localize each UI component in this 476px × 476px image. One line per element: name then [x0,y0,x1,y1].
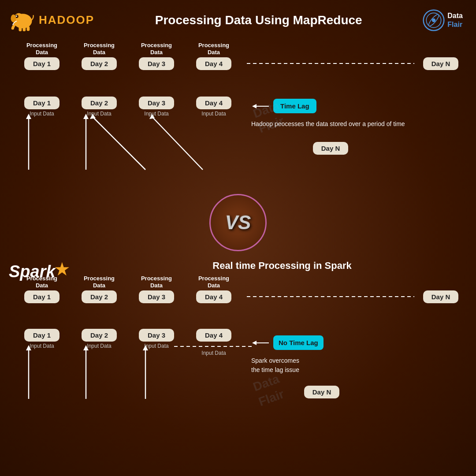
dataflair-icon [423,9,445,31]
hadoop-bot-day4: Day 4 [196,97,231,109]
hadoop-elephant-icon [9,8,35,32]
hadoop-input-col3: Day 3 Input Data [128,97,185,117]
page-title: Processing Data Using MapReduce [155,13,362,27]
hadoop-section: ProcessingData Day 1 ProcessingData Day … [0,37,476,155]
svg-marker-32 [252,341,257,345]
spark-dashed-bottom [174,344,253,349]
hadoop-proc-label-4: ProcessingData [198,42,229,56]
svg-marker-22 [252,104,257,108]
time-lag-arrow-icon [251,102,269,111]
spark-input-col4: Day 4 Input Data [185,329,242,356]
hadoop-input-col4: Day 4 Input Data [185,97,242,117]
hadoop-top-day3: Day 3 [139,57,174,70]
vs-text: VS [225,212,251,234]
spark-col-2: ProcessingData Day 2 [71,275,128,303]
spark-nolag-area: No Time Lag Spark overcomes the time lag… [242,331,463,398]
spark-proc-label-4: ProcessingData [198,275,229,289]
hadoop-col-n: Day N [419,57,463,70]
hadoop-top-day4: Day 4 [196,57,231,70]
spark-top-dayn: Day N [423,290,458,303]
svg-point-4 [11,15,16,22]
spark-top-day1: Day 1 [24,290,60,303]
svg-rect-7 [27,26,30,31]
main-page: HADOOP Processing Data Using MapReduce D… [0,0,476,476]
spark-input-label1: Input Data [30,343,54,349]
hadoop-bot-day2: Day 2 [82,97,117,109]
dataflair-logo: Data Flair [423,9,463,31]
no-time-lag-badge: No Time Lag [273,335,324,350]
time-lag-badge: Time Lag [273,99,316,113]
spark-top-day2: Day 2 [82,290,117,303]
hadoop-top-day1: Day 1 [24,57,60,70]
spark-input-col2: Day 2 Input Data [71,329,128,349]
hadoop-input-col1: Day 1 Input Data [13,97,71,117]
hadoop-bot-day3: Day 3 [139,97,174,109]
hadoop-input-col2: Day 2 Input Data [71,97,128,117]
hadoop-label: HADOOP [39,13,94,27]
spark-bot-day4: Day 4 [196,329,231,342]
spark-input-label4: Input Data [201,350,226,356]
no-time-lag-arrow-icon [251,338,269,347]
spark-input-col1: Day 1 Input Data [13,329,71,349]
hadoop-input-label2: Input Data [87,111,111,117]
spark-bot-day1: Day 1 [24,329,60,342]
hadoop-input-label3: Input Data [144,111,168,117]
spark-section: Real time Processing in Spark Processing… [0,260,476,398]
hadoop-proc-label-2: ProcessingData [84,42,115,56]
spark-col-1: ProcessingData Day 1 [13,275,71,303]
hadoop-info-text: Hadoop peocesses the data stored over a … [251,119,405,129]
hadoop-logo: HADOOP [9,8,94,32]
hadoop-proc-label-3: ProcessingData [141,42,172,56]
hadoop-col-4: ProcessingData Day 4 [185,42,242,70]
dataflair-text: Data Flair [447,11,463,28]
vs-circle: VS [209,194,267,251]
svg-rect-6 [23,27,26,32]
hadoop-bot-dayn: Day N [313,142,348,155]
spark-input-label3: Input Data [144,343,168,349]
hadoop-col-3: ProcessingData Day 3 [128,42,185,70]
hadoop-input-label4: Input Data [201,111,226,117]
spark-col-n: Day N [419,290,463,303]
spark-bot-dayn: Day N [304,386,339,398]
hadoop-bot-day1: Day 1 [24,97,60,109]
spark-top-day4: Day 4 [196,290,231,303]
svg-point-3 [16,15,17,17]
hadoop-dashed-line-top [247,59,414,68]
spark-section-title: Real time Processing in Spark [212,260,351,271]
spark-col-4: ProcessingData Day 4 [185,275,242,303]
hadoop-timelag-area: Time Lag Hadoop peocesses the data store… [242,99,463,155]
spark-proc-label-1: ProcessingData [26,275,57,289]
hadoop-col-1: ProcessingData Day 1 [13,42,71,70]
spark-top-day3: Day 3 [139,290,174,303]
spark-info-text: Spark overcomes the time lag issue [251,356,299,375]
hadoop-input-label1: Input Data [30,111,54,117]
hadoop-top-dayn: Day N [423,57,458,70]
spark-dashed-line-top [247,292,414,301]
header: HADOOP Processing Data Using MapReduce D… [0,0,476,34]
spark-input-label2: Input Data [87,343,111,349]
spark-col-3: ProcessingData Day 3 [128,275,185,303]
spark-bot-day2: Day 2 [82,329,117,342]
hadoop-top-day2: Day 2 [82,57,117,70]
spark-bot-day3: Day 3 [139,329,174,342]
svg-rect-5 [19,27,22,32]
svg-point-11 [432,18,435,22]
hadoop-col-2: ProcessingData Day 2 [71,42,128,70]
hadoop-proc-label-1: ProcessingData [26,42,57,56]
spark-proc-label-2: ProcessingData [84,275,115,289]
spark-proc-label-3: ProcessingData [141,275,172,289]
